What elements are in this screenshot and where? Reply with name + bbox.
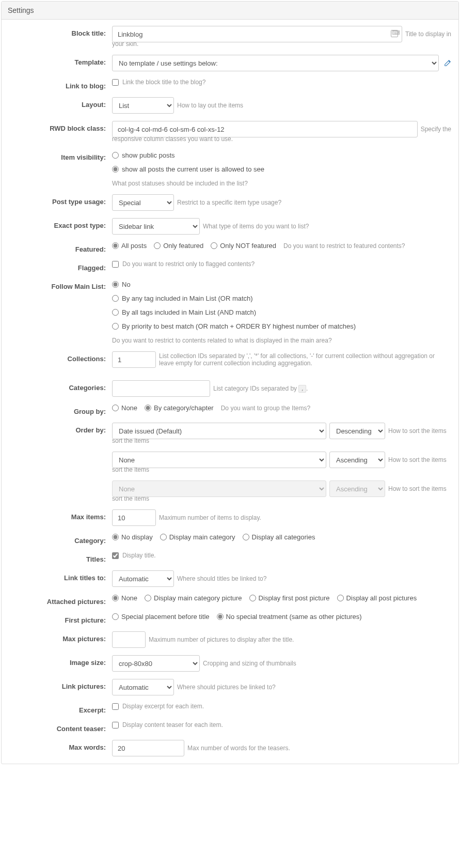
maxwords-label: Max words: xyxy=(9,740,112,751)
maxpics-input[interactable] xyxy=(112,631,146,648)
orderby-2-help: How to sort the items xyxy=(388,456,447,463)
teaser-label: Content teaser: xyxy=(9,721,112,733)
category-label: Category: xyxy=(9,533,112,545)
follow-or[interactable]: By any tag included in Main List (OR mat… xyxy=(112,293,451,304)
attpics-label: Attached pictures: xyxy=(9,594,112,606)
edit-icon[interactable] xyxy=(444,59,451,67)
featured-label: Featured: xyxy=(9,242,112,253)
groupby-cat[interactable]: By category/chapter xyxy=(145,404,214,412)
maxpics-help: Maximum number of pictures to display af… xyxy=(149,636,294,643)
flagged-label: Flagged: xyxy=(9,260,112,272)
ptu-select[interactable]: Special xyxy=(112,194,174,211)
ept-select[interactable]: Sidebar link xyxy=(112,218,200,235)
firstpic-special[interactable]: Special placement before title xyxy=(112,613,210,621)
attpics-all[interactable]: Display all post pictures xyxy=(337,594,417,602)
follow-priority[interactable]: By priority to best match (OR match + OR… xyxy=(112,321,451,332)
settings-panel: Settings Block title: Title to display i… xyxy=(1,1,459,764)
excerpt-label: Excerpt: xyxy=(9,703,112,714)
categories-label: Categories: xyxy=(9,380,112,392)
follow-and[interactable]: By all tags included in Main List (AND m… xyxy=(112,307,451,318)
linktitles-select[interactable]: Automatic xyxy=(112,570,174,587)
attpics-none[interactable]: None xyxy=(112,594,137,602)
item-vis-public[interactable]: show public posts xyxy=(112,150,451,161)
orderby-1-help: How to sort the items xyxy=(388,427,447,435)
maxwords-help: Max number of words for the teasers. xyxy=(187,745,290,752)
category-none[interactable]: No display xyxy=(112,533,153,541)
rwd-help-inline: Specify the xyxy=(421,126,451,133)
linktitles-help: Where should titles be linked to? xyxy=(177,575,266,582)
groupby-label: Group by: xyxy=(9,404,112,415)
maxwords-input[interactable] xyxy=(112,740,184,756)
firstpic-label: First picture: xyxy=(9,613,112,624)
maxitems-help: Maximum number of items to display. xyxy=(159,514,261,521)
featured-all[interactable]: All posts xyxy=(112,242,147,250)
maxitems-label: Max items: xyxy=(9,509,112,521)
imgsize-help: Cropping and sizing of thumbnails xyxy=(203,660,296,667)
orderby-label: Order by: xyxy=(9,423,112,434)
orderby-3-help: How to sort the items xyxy=(388,485,447,492)
linktitles-label: Link titles to: xyxy=(9,570,112,582)
orderby-3-field: None xyxy=(112,481,326,497)
excerpt-checkbox[interactable] xyxy=(112,703,119,710)
featured-only[interactable]: Only featured xyxy=(154,242,203,250)
categories-input[interactable] xyxy=(112,380,210,397)
link-to-blog-label: Link to blog: xyxy=(9,79,112,90)
ptu-help: Restrict to a specific item type usage? xyxy=(177,199,281,206)
groupby-help: Do you want to group the Items? xyxy=(221,405,310,412)
item-vis-all[interactable]: show all posts the current user is allow… xyxy=(112,164,451,175)
flagged-checkbox[interactable] xyxy=(112,261,119,268)
maxpics-label: Max pictures: xyxy=(9,631,112,643)
linkpics-select[interactable]: Automatic xyxy=(112,679,174,695)
collections-help: List collection IDs separated by ',', '*… xyxy=(159,352,451,367)
layout-label: Layout: xyxy=(9,97,112,109)
attpics-first[interactable]: Display first post picture xyxy=(249,594,330,602)
linkpics-label: Link pictures: xyxy=(9,679,112,690)
layout-help: How to lay out the items xyxy=(177,102,243,109)
rwd-label: RWD block class: xyxy=(9,121,112,132)
firstpic-nospecial[interactable]: No special treatment (same as other pict… xyxy=(217,613,362,621)
follow-help: Do you want to restrict to contents rela… xyxy=(112,337,451,344)
titles-checkbox[interactable] xyxy=(112,552,119,559)
category-all[interactable]: Display all categories xyxy=(243,533,315,541)
layout-select[interactable]: List xyxy=(112,97,174,114)
keyboard-icon xyxy=(389,30,398,39)
categories-help: List category IDs separated by ,. xyxy=(213,385,308,392)
collections-input[interactable] xyxy=(112,351,156,368)
imgsize-label: Image size: xyxy=(9,655,112,667)
groupby-none[interactable]: None xyxy=(112,404,137,412)
teaser-checkbox[interactable] xyxy=(112,722,119,729)
block-title-help-inline: Title to display in xyxy=(405,30,451,38)
template-select[interactable]: No template / use settings below: xyxy=(112,55,439,71)
template-label: Template: xyxy=(9,55,112,66)
panel-body: Block title: Title to display in your sk… xyxy=(2,20,458,764)
teaser-help: Display content teaser for each item. xyxy=(122,721,223,729)
block-title-label: Block title: xyxy=(9,26,112,37)
follow-no[interactable]: No xyxy=(112,279,451,290)
featured-help: Do you want to restrict to featured cont… xyxy=(283,242,405,250)
titles-help: Display title. xyxy=(122,552,156,559)
panel-title: Settings xyxy=(2,2,458,20)
item-vis-label: Item visibility: xyxy=(9,150,112,161)
imgsize-select[interactable]: crop-80x80 xyxy=(112,655,200,672)
attpics-maincat[interactable]: Display main category picture xyxy=(145,594,242,602)
follow-label: Follow Main List: xyxy=(9,279,112,290)
orderby-3-dir: Ascending xyxy=(329,481,385,497)
flagged-help: Do you want to restrict only to flagged … xyxy=(122,260,255,268)
orderby-1-dir[interactable]: Descending xyxy=(329,423,385,439)
ptu-label: Post type usage: xyxy=(9,194,112,206)
collections-label: Collections: xyxy=(9,351,112,363)
link-to-blog-help: Link the block title to the blog? xyxy=(122,79,205,86)
ept-label: Exact post type: xyxy=(9,218,112,229)
link-to-blog-checkbox[interactable] xyxy=(112,79,119,86)
titles-label: Titles: xyxy=(9,552,112,563)
item-vis-help: What post statuses should be included in… xyxy=(112,180,451,187)
linkpics-help: Where should pictures be linked to? xyxy=(177,684,276,691)
maxitems-input[interactable] xyxy=(112,509,156,526)
orderby-2-dir[interactable]: Ascending xyxy=(329,452,385,468)
featured-not[interactable]: Only NOT featured xyxy=(211,242,276,250)
excerpt-help: Display excerpt for each item. xyxy=(122,703,204,710)
ept-help: What type of items do you want to list? xyxy=(203,223,309,230)
category-main[interactable]: Display main category xyxy=(160,533,235,541)
block-title-input[interactable] xyxy=(112,26,402,42)
